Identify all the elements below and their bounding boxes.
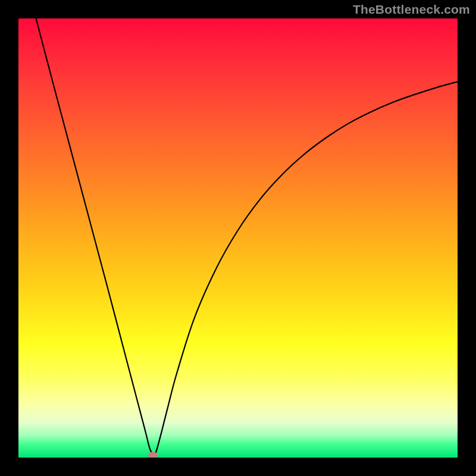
- watermark-text: TheBottleneck.com: [353, 2, 470, 17]
- chart-frame: TheBottleneck.com: [0, 0, 476, 476]
- min-marker: [148, 452, 158, 458]
- plot-area: [18, 18, 458, 458]
- bottleneck-curve: [18, 18, 458, 458]
